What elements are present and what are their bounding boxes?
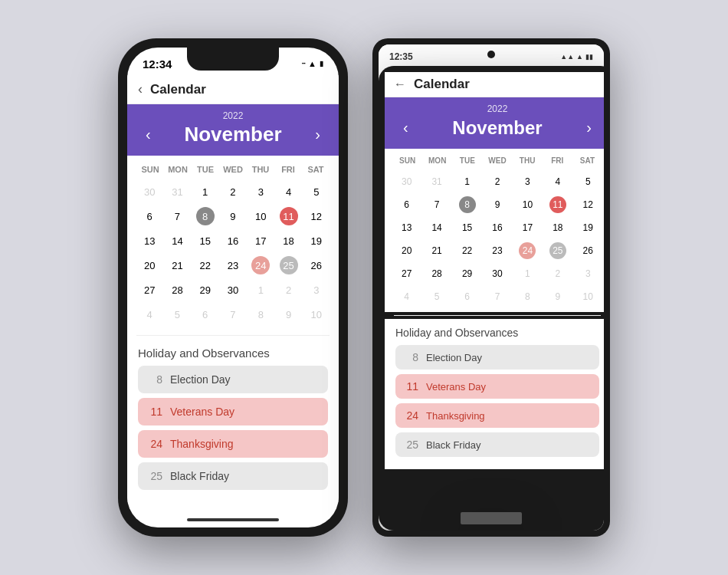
day-cell[interactable]: 31 — [422, 171, 451, 192]
day-cell[interactable]: 9 — [275, 303, 301, 326]
day-cell[interactable]: 13 — [136, 229, 162, 252]
android-days-grid[interactable]: 3031123456789101112131415161718192021222… — [392, 171, 602, 307]
iphone-next-month-button[interactable]: › — [309, 123, 326, 146]
day-cell[interactable]: 3 — [513, 171, 542, 192]
day-cell[interactable]: 8 — [513, 286, 542, 307]
android-next-month-button[interactable]: › — [580, 116, 598, 140]
day-cell[interactable]: 8 — [192, 205, 218, 228]
day-cell[interactable]: 14 — [164, 229, 190, 252]
day-cell[interactable]: 22 — [453, 240, 481, 261]
day-cell[interactable]: 1 — [248, 278, 274, 301]
day-cell[interactable]: 31 — [164, 180, 190, 203]
day-cell[interactable]: 29 — [453, 263, 481, 284]
day-cell[interactable]: 23 — [483, 240, 511, 261]
day-cell[interactable]: 10 — [248, 205, 274, 228]
day-cell[interactable]: 10 — [303, 303, 330, 326]
day-cell[interactable]: 2 — [543, 263, 572, 284]
day-cell[interactable]: 3 — [303, 278, 330, 301]
day-cell[interactable]: 3 — [574, 263, 602, 284]
day-cell[interactable]: 1 — [513, 263, 542, 284]
holiday-item[interactable]: 25Black Friday — [395, 432, 599, 457]
day-cell[interactable]: 7 — [483, 286, 511, 307]
day-cell[interactable]: 6 — [453, 286, 481, 307]
day-cell[interactable]: 8 — [453, 194, 481, 215]
day-cell[interactable]: 4 — [275, 180, 301, 203]
day-cell[interactable]: 10 — [574, 286, 602, 307]
day-cell[interactable]: 11 — [543, 194, 572, 215]
holiday-item[interactable]: 25Black Friday — [138, 462, 328, 490]
day-cell[interactable]: 25 — [543, 240, 572, 261]
day-cell[interactable]: 5 — [574, 171, 602, 192]
day-cell[interactable]: 1 — [453, 171, 481, 192]
day-cell[interactable]: 20 — [136, 254, 162, 277]
day-cell[interactable]: 25 — [275, 254, 301, 277]
holiday-item[interactable]: 8Election Day — [395, 345, 599, 370]
day-cell[interactable]: 7 — [164, 205, 190, 228]
day-cell[interactable]: 17 — [513, 217, 542, 238]
day-cell[interactable]: 7 — [422, 194, 451, 215]
day-cell[interactable]: 18 — [543, 217, 572, 238]
day-cell[interactable]: 14 — [422, 217, 451, 238]
day-cell[interactable]: 19 — [574, 217, 602, 238]
day-cell[interactable]: 20 — [392, 240, 421, 261]
day-cell[interactable]: 5 — [303, 180, 330, 203]
day-cell[interactable]: 1 — [192, 180, 218, 203]
day-cell[interactable]: 8 — [248, 303, 274, 326]
day-cell[interactable]: 24 — [248, 254, 274, 277]
android-prev-month-button[interactable]: ‹ — [397, 116, 415, 140]
day-cell[interactable]: 10 — [513, 194, 542, 215]
day-cell[interactable]: 30 — [483, 263, 511, 284]
day-cell[interactable]: 2 — [275, 278, 301, 301]
day-cell[interactable]: 2 — [220, 180, 246, 203]
day-cell[interactable]: 16 — [483, 217, 511, 238]
android-back-button[interactable]: ← — [394, 77, 406, 91]
holiday-item[interactable]: 24Thanksgiving — [395, 403, 599, 428]
day-cell[interactable]: 15 — [192, 229, 218, 252]
holiday-item[interactable]: 11Veterans Day — [138, 398, 328, 426]
holiday-item[interactable]: 11Veterans Day — [395, 374, 599, 399]
day-cell[interactable]: 22 — [192, 254, 218, 277]
day-cell[interactable]: 30 — [136, 180, 162, 203]
holiday-item[interactable]: 8Election Day — [138, 366, 328, 393]
day-cell[interactable]: 6 — [392, 194, 421, 215]
day-cell[interactable]: 9 — [483, 194, 511, 215]
day-cell[interactable]: 6 — [136, 205, 162, 228]
iphone-back-button[interactable]: ‹ — [138, 81, 143, 97]
day-cell[interactable]: 6 — [192, 303, 218, 326]
day-cell[interactable]: 28 — [164, 278, 190, 301]
iphone-prev-month-button[interactable]: ‹ — [139, 123, 157, 146]
day-cell[interactable]: 23 — [220, 254, 246, 277]
day-cell[interactable]: 3 — [248, 180, 274, 203]
day-cell[interactable]: 21 — [164, 254, 190, 277]
day-cell[interactable]: 28 — [422, 263, 451, 284]
day-cell[interactable]: 17 — [248, 229, 274, 252]
day-cell[interactable]: 15 — [453, 217, 481, 238]
day-cell[interactable]: 5 — [422, 286, 451, 307]
day-cell[interactable]: 29 — [192, 278, 218, 301]
day-cell[interactable]: 12 — [303, 205, 330, 228]
day-cell[interactable]: 4 — [543, 171, 572, 192]
day-cell[interactable]: 7 — [220, 303, 246, 326]
day-cell[interactable]: 9 — [543, 286, 572, 307]
day-cell[interactable]: 18 — [275, 229, 301, 252]
day-cell[interactable]: 9 — [220, 205, 246, 228]
day-cell[interactable]: 12 — [574, 194, 602, 215]
day-cell[interactable]: 4 — [136, 303, 162, 326]
day-cell[interactable]: 27 — [136, 278, 162, 301]
day-cell[interactable]: 30 — [392, 171, 421, 192]
day-cell[interactable]: 5 — [164, 303, 190, 326]
day-cell[interactable]: 26 — [574, 240, 602, 261]
holiday-item[interactable]: 24Thanksgiving — [138, 430, 328, 458]
day-cell[interactable]: 27 — [392, 263, 421, 284]
day-cell[interactable]: 24 — [513, 240, 542, 261]
day-cell[interactable]: 21 — [422, 240, 451, 261]
day-cell[interactable]: 19 — [303, 229, 330, 252]
day-cell[interactable]: 4 — [392, 286, 421, 307]
day-cell[interactable]: 30 — [220, 278, 246, 301]
day-cell[interactable]: 2 — [483, 171, 511, 192]
iphone-days-grid[interactable]: 3031123456789101112131415161718192021222… — [136, 180, 330, 326]
day-cell[interactable]: 13 — [392, 217, 421, 238]
day-cell[interactable]: 16 — [220, 229, 246, 252]
day-cell[interactable]: 11 — [275, 205, 301, 228]
day-cell[interactable]: 26 — [303, 254, 330, 277]
